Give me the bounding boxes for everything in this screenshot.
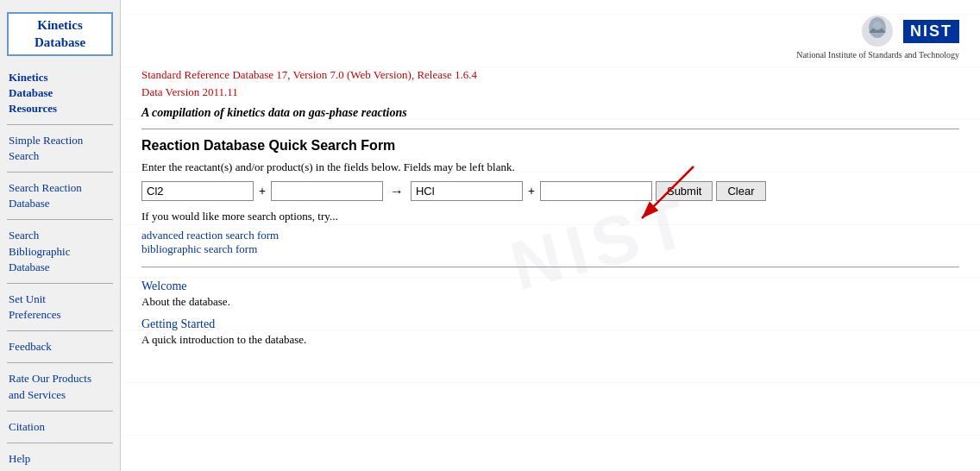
version-line1: Standard Reference Database 17, Version … bbox=[141, 68, 959, 82]
getting-started-link[interactable]: Getting Started bbox=[141, 317, 959, 331]
sidebar-item-citation[interactable]: Citation bbox=[0, 417, 120, 437]
main-content-area: NIST NIST National Institute of Standard… bbox=[121, 0, 980, 471]
product2-input[interactable] bbox=[540, 181, 652, 201]
nist-subtitle: National Institute of Standards and Tech… bbox=[796, 50, 959, 60]
submit-button[interactable]: Submit bbox=[656, 181, 713, 201]
plus-operator-2: + bbox=[526, 185, 537, 198]
product1-input[interactable] bbox=[411, 181, 523, 201]
welcome-desc: About the database. bbox=[141, 295, 959, 309]
advanced-search-link[interactable]: advanced reaction search form bbox=[141, 229, 959, 242]
sidebar-divider-2 bbox=[7, 172, 113, 173]
plus-operator-1: + bbox=[257, 185, 267, 198]
sidebar-item-simple-reaction-search[interactable]: Simple ReactionSearch bbox=[0, 130, 120, 166]
sidebar-divider-6 bbox=[7, 362, 113, 363]
more-options-text: If you would like more search options, t… bbox=[141, 210, 959, 223]
sidebar-divider-3 bbox=[7, 219, 113, 220]
clear-button[interactable]: Clear bbox=[716, 181, 765, 201]
search-form-title: Reaction Database Quick Search Form bbox=[141, 138, 959, 154]
svg-point-2 bbox=[873, 22, 882, 30]
sidebar-item-rate-products[interactable]: Rate Our Productsand Services bbox=[0, 368, 120, 405]
logo-line2: Database bbox=[35, 35, 85, 49]
sidebar-item-set-unit-prefs[interactable]: Set UnitPreferences bbox=[0, 289, 120, 325]
nist-emblem-icon bbox=[857, 14, 898, 48]
nist-logo-box: NIST bbox=[857, 14, 959, 48]
sidebar-divider-8 bbox=[7, 443, 113, 443]
top-bar: NIST National Institute of Standards and… bbox=[141, 14, 959, 60]
section-divider-1 bbox=[141, 129, 959, 129]
sidebar-item-help[interactable]: Help bbox=[0, 449, 120, 469]
subtitle: A compilation of kinetics data on gas-ph… bbox=[141, 106, 959, 120]
nist-logo-area: NIST National Institute of Standards and… bbox=[796, 14, 959, 60]
biblio-search-link[interactable]: bibliographic search form bbox=[141, 242, 959, 256]
sidebar-section-header: Kinetics Database Resources bbox=[0, 66, 120, 119]
sidebar-logo[interactable]: Kinetics Database bbox=[7, 12, 113, 56]
sidebar-divider-5 bbox=[7, 330, 113, 331]
reactant2-input[interactable] bbox=[271, 181, 383, 201]
sidebar: Kinetics Database Kinetics Database Reso… bbox=[0, 0, 121, 471]
sidebar-divider-4 bbox=[7, 283, 113, 284]
getting-started-desc: A quick introduction to the database. bbox=[141, 333, 959, 347]
sidebar-item-search-reaction-db[interactable]: Search ReactionDatabase bbox=[0, 178, 120, 214]
logo-line1: Kinetics bbox=[37, 18, 83, 32]
sidebar-item-feedback[interactable]: Feedback bbox=[0, 336, 120, 357]
welcome-section: Welcome About the database. Getting Star… bbox=[141, 279, 959, 347]
nist-text-badge: NIST bbox=[903, 20, 959, 43]
sidebar-item-search-biblio-db[interactable]: SearchBibliographicDatabase bbox=[0, 225, 120, 278]
version-line2: Data Version 2011.11 bbox=[141, 85, 959, 99]
reactant1-input[interactable] bbox=[141, 181, 254, 201]
welcome-link[interactable]: Welcome bbox=[141, 279, 959, 293]
sidebar-divider-7 bbox=[7, 411, 113, 411]
search-instructions: Enter the reactant(s) and/or product(s) … bbox=[141, 160, 959, 174]
search-form-row: + → + Submit Clear bbox=[141, 181, 959, 201]
reaction-arrow: → bbox=[386, 184, 407, 199]
sidebar-divider-1 bbox=[7, 124, 113, 125]
section-divider-2 bbox=[141, 267, 959, 267]
